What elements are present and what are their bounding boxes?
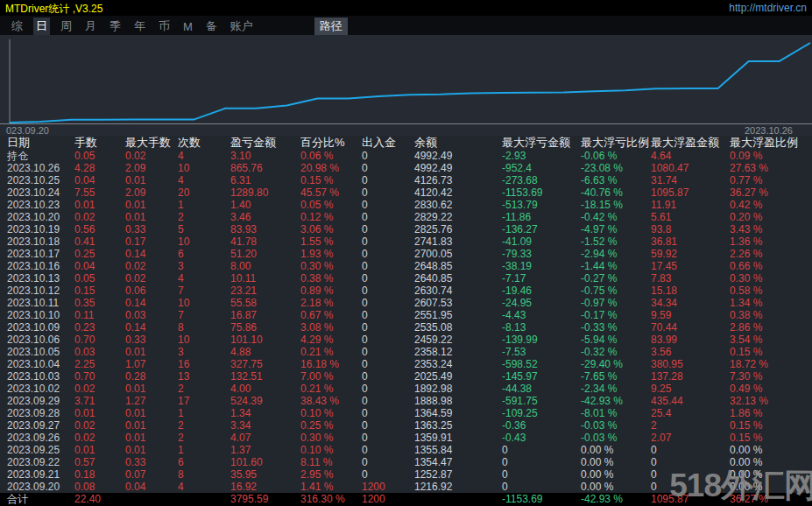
- table-row[interactable]: 2023.10.250.040.0146.310.15 %04126.73-27…: [0, 174, 812, 186]
- table-cell: 0: [502, 468, 581, 481]
- table-row[interactable]: 2023.09.270.020.0123.340.25 %01363.25-0.…: [0, 419, 812, 432]
- table-row[interactable]: 2023.10.120.150.06723.210.89 %02630.74-1…: [0, 285, 812, 297]
- table-row[interactable]: 2023.10.230.010.0111.400.05 %02830.62-51…: [0, 199, 812, 211]
- table-row[interactable]: 2023.09.260.020.0124.070.30 %01359.91-0.…: [0, 432, 812, 444]
- table-cell: 137.28: [651, 370, 730, 383]
- table-cell: 0.00 %: [730, 481, 812, 493]
- column-header-5[interactable]: 百分比%: [300, 136, 362, 150]
- table-cell: 0: [362, 407, 414, 419]
- balance-chart[interactable]: 023.09.20 2023.10.26: [0, 35, 812, 136]
- table-cell: 0: [362, 162, 414, 174]
- table-cell: -2.34 %: [581, 383, 651, 395]
- table-cell: 0.00 %: [730, 468, 812, 481]
- table-cell: 59.92: [651, 248, 730, 260]
- menu-tab-7[interactable]: M: [180, 19, 195, 34]
- table-row[interactable]: 2023.09.220.570.336101.608.11 %01354.470…: [0, 456, 812, 468]
- table-cell: 22.40: [74, 493, 125, 506]
- menu-tab-9[interactable]: 账户: [228, 18, 256, 35]
- menu-bar: 综日周月季年币M备账户路径: [0, 16, 812, 35]
- table-row[interactable]: 2023.10.200.020.0123.460.12 %02829.22-11…: [0, 211, 812, 223]
- column-header-4[interactable]: 盈亏金额: [230, 136, 300, 150]
- table-cell: -1153.69: [502, 186, 581, 199]
- table-cell: 0: [362, 334, 414, 346]
- table-cell: 0: [362, 358, 414, 370]
- table-cell: -145.97: [502, 370, 581, 383]
- menu-tab-4[interactable]: 季: [107, 18, 124, 35]
- menu-tab-1[interactable]: 日: [33, 18, 50, 35]
- table-cell: 4.88: [230, 346, 300, 358]
- table-row[interactable]: 2023.10.110.350.141055.582.18 %02607.53-…: [0, 297, 812, 309]
- table-cell: -29.40 %: [581, 358, 651, 370]
- table-cell: 1095.87: [651, 493, 730, 506]
- column-header-1[interactable]: 手数: [74, 136, 125, 150]
- table-row[interactable]: 2023.10.030.700.2813132.517.00 %02025.49…: [0, 370, 812, 383]
- table-row[interactable]: 2023.09.200.080.04416.921.41 %12001216.9…: [0, 481, 812, 493]
- column-header-6[interactable]: 出入金: [362, 136, 414, 150]
- table-cell: 0.02: [125, 150, 178, 162]
- table-row[interactable]: 2023.10.050.030.0134.880.21 %02358.12-7.…: [0, 346, 812, 358]
- table-row[interactable]: 2023.10.020.020.0124.000.21 %01892.98-44…: [0, 383, 812, 395]
- column-header-2[interactable]: 最大手数: [125, 136, 178, 150]
- table-cell: 0.01: [125, 383, 178, 395]
- table-cell: 20.98 %: [300, 162, 362, 174]
- table-cell: 0.70: [74, 334, 125, 346]
- column-header-3[interactable]: 次数: [178, 136, 230, 150]
- table-cell: 83.93: [230, 223, 300, 235]
- table-row[interactable]: 2023.10.180.410.171041.781.55 %02741.83-…: [0, 235, 812, 248]
- table-cell: 93.8: [651, 223, 730, 235]
- table-cell: 6.31: [230, 174, 300, 186]
- app-url-link[interactable]: http://mtdriver.cn: [729, 2, 807, 14]
- menu-tab-0[interactable]: 综: [9, 18, 25, 35]
- menu-tab-8[interactable]: 备: [203, 18, 220, 35]
- table-cell: 1: [178, 444, 230, 456]
- table-row[interactable]: 2023.09.293.711.2717524.3938.43 %01888.9…: [0, 395, 812, 407]
- table-cell: 4: [178, 272, 230, 285]
- table-cell: 5: [178, 223, 230, 235]
- table-row[interactable]: 2023.10.247.552.09201289.8045.57 %04120.…: [0, 186, 812, 199]
- column-header-10[interactable]: 最大浮盈金额: [651, 136, 730, 150]
- table-row[interactable]: 2023.10.130.050.02410.110.38 %02640.85-7…: [0, 272, 812, 285]
- column-header-8[interactable]: 最大浮亏金额: [502, 136, 581, 150]
- table-cell: 1: [178, 199, 230, 211]
- table-cell: 0.12 %: [300, 211, 362, 223]
- menu-tab-5[interactable]: 年: [131, 18, 148, 35]
- table-cell: 1.37: [230, 444, 300, 456]
- column-header-0[interactable]: 日期: [7, 136, 74, 150]
- column-header-9[interactable]: 最大浮亏比例: [581, 136, 651, 150]
- table-row[interactable]: 2023.10.190.560.33583.933.06 %02825.76-1…: [0, 223, 812, 235]
- path-button[interactable]: 路径: [314, 18, 348, 35]
- table-cell: 524.39: [230, 395, 300, 407]
- table-row[interactable]: 2023.10.090.230.14875.863.08 %02535.08-8…: [0, 321, 812, 334]
- table-cell: -136.27: [502, 223, 581, 235]
- table-row[interactable]: 2023.10.160.040.0238.000.30 %02648.85-38…: [0, 260, 812, 272]
- column-header-7[interactable]: 余额: [414, 136, 502, 150]
- menu-tab-6[interactable]: 币: [156, 18, 173, 35]
- menu-tab-3[interactable]: 月: [82, 18, 99, 35]
- table-row[interactable]: 持仓0.050.0243.100.06 %04992.49-2.93-0.06 …: [0, 150, 812, 162]
- table-row[interactable]: 2023.09.210.180.07835.952.95 %01252.8700…: [0, 468, 812, 481]
- total-row[interactable]: 合计22.403795.59316.30 %1200-1153.69-42.93…: [0, 493, 812, 506]
- table-cell: 0.06: [125, 285, 178, 297]
- menu-tab-2[interactable]: 周: [58, 18, 74, 35]
- table-cell: -598.52: [502, 358, 581, 370]
- table-cell: 45.57 %: [300, 186, 362, 199]
- table-cell: 2.07: [651, 432, 730, 444]
- table-row[interactable]: 2023.10.060.700.3310101.104.29 %02459.22…: [0, 334, 812, 346]
- table-cell: 0: [362, 432, 414, 444]
- column-header-11[interactable]: 最大浮盈比例: [730, 136, 812, 150]
- table-cell: 36.81: [651, 235, 730, 248]
- table-row[interactable]: 2023.10.100.110.03716.870.67 %02551.95-4…: [0, 309, 812, 321]
- table-cell: 0.18: [74, 468, 125, 481]
- table-row[interactable]: 2023.09.250.010.0111.370.10 %01355.8400.…: [0, 444, 812, 456]
- table-cell: 2: [178, 419, 230, 432]
- table-cell: 0.66 %: [730, 260, 812, 272]
- table-row[interactable]: 2023.10.042.251.0716327.7516.18 %02353.2…: [0, 358, 812, 370]
- table-row[interactable]: 2023.09.280.010.0111.340.10 %01364.59-10…: [0, 407, 812, 419]
- table-cell: 0.03: [125, 309, 178, 321]
- table-header-row: 日期手数最大手数次数盈亏金额百分比%出入金余额最大浮亏金额最大浮亏比例最大浮盈金…: [0, 136, 812, 150]
- table-row[interactable]: 2023.10.170.250.14651.201.93 %02700.05-7…: [0, 248, 812, 260]
- table-cell: 4.28: [74, 162, 125, 174]
- table-row[interactable]: 2023.10.264.282.0910865.7620.98 %04992.4…: [0, 162, 812, 174]
- table-cell: 1.55 %: [300, 235, 362, 248]
- table-cell: -24.95: [502, 297, 581, 309]
